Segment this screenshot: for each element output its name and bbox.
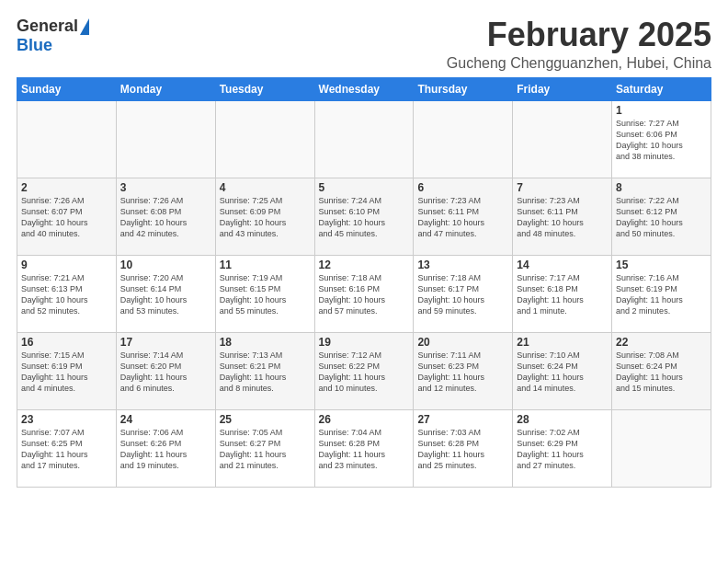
week-row-2: 2Sunrise: 7:26 AM Sunset: 6:07 PM Daylig… (17, 178, 711, 255)
title-section: February 2025 Gucheng Chengguanzhen, Hub… (447, 17, 711, 72)
calendar-cell: 15Sunrise: 7:16 AM Sunset: 6:19 PM Dayli… (612, 255, 711, 332)
day-number: 28 (517, 413, 608, 426)
calendar-cell: 9Sunrise: 7:21 AM Sunset: 6:13 PM Daylig… (17, 255, 117, 332)
calendar-cell (612, 409, 711, 487)
day-info: Sunrise: 7:08 AM Sunset: 6:24 PM Dayligh… (616, 350, 707, 395)
day-info: Sunrise: 7:25 AM Sunset: 6:09 PM Dayligh… (220, 195, 311, 240)
logo: General Blue (17, 17, 89, 55)
calendar-cell (314, 100, 414, 178)
calendar-cell: 6Sunrise: 7:23 AM Sunset: 6:11 PM Daylig… (414, 178, 513, 255)
calendar-cell: 19Sunrise: 7:12 AM Sunset: 6:22 PM Dayli… (314, 332, 414, 409)
calendar-cell: 2Sunrise: 7:26 AM Sunset: 6:07 PM Daylig… (17, 178, 117, 255)
day-info: Sunrise: 7:15 AM Sunset: 6:19 PM Dayligh… (21, 350, 112, 395)
week-row-5: 23Sunrise: 7:07 AM Sunset: 6:25 PM Dayli… (17, 409, 711, 487)
day-info: Sunrise: 7:03 AM Sunset: 6:28 PM Dayligh… (417, 427, 508, 472)
day-number: 22 (616, 336, 707, 349)
calendar-cell: 3Sunrise: 7:26 AM Sunset: 6:08 PM Daylig… (116, 178, 215, 255)
day-info: Sunrise: 7:23 AM Sunset: 6:11 PM Dayligh… (417, 195, 508, 240)
day-number: 18 (220, 336, 311, 349)
calendar-cell: 26Sunrise: 7:04 AM Sunset: 6:28 PM Dayli… (314, 409, 414, 487)
week-row-1: 1Sunrise: 7:27 AM Sunset: 6:06 PM Daylig… (17, 100, 711, 178)
calendar-cell: 21Sunrise: 7:10 AM Sunset: 6:24 PM Dayli… (513, 332, 612, 409)
calendar-cell: 25Sunrise: 7:05 AM Sunset: 6:27 PM Dayli… (215, 409, 314, 487)
day-info: Sunrise: 7:17 AM Sunset: 6:18 PM Dayligh… (517, 272, 608, 317)
day-number: 6 (417, 181, 508, 194)
day-number: 17 (120, 336, 211, 349)
day-info: Sunrise: 7:18 AM Sunset: 6:16 PM Dayligh… (319, 272, 410, 317)
day-number: 7 (517, 181, 608, 194)
calendar-cell: 1Sunrise: 7:27 AM Sunset: 6:06 PM Daylig… (612, 100, 711, 178)
day-info: Sunrise: 7:18 AM Sunset: 6:17 PM Dayligh… (417, 272, 508, 317)
day-info: Sunrise: 7:19 AM Sunset: 6:15 PM Dayligh… (220, 272, 311, 317)
month-title: February 2025 (447, 17, 711, 53)
day-number: 9 (21, 259, 112, 271)
day-info: Sunrise: 7:06 AM Sunset: 6:26 PM Dayligh… (120, 427, 211, 472)
calendar-cell: 13Sunrise: 7:18 AM Sunset: 6:17 PM Dayli… (414, 255, 513, 332)
logo-general-text: General (17, 17, 78, 36)
calendar-cell: 5Sunrise: 7:24 AM Sunset: 6:10 PM Daylig… (314, 178, 414, 255)
day-number: 21 (517, 336, 608, 349)
calendar-cell: 20Sunrise: 7:11 AM Sunset: 6:23 PM Dayli… (414, 332, 513, 409)
week-row-3: 9Sunrise: 7:21 AM Sunset: 6:13 PM Daylig… (17, 255, 711, 332)
day-number: 8 (616, 181, 707, 194)
weekday-header-friday: Friday (513, 77, 612, 100)
day-number: 12 (319, 259, 410, 271)
day-number: 2 (21, 181, 112, 194)
day-number: 11 (220, 259, 311, 271)
weekday-header-row: SundayMondayTuesdayWednesdayThursdayFrid… (17, 77, 711, 100)
day-info: Sunrise: 7:22 AM Sunset: 6:12 PM Dayligh… (616, 195, 707, 240)
day-info: Sunrise: 7:04 AM Sunset: 6:28 PM Dayligh… (319, 427, 410, 472)
logo-blue-text: Blue (17, 36, 52, 55)
calendar-cell: 10Sunrise: 7:20 AM Sunset: 6:14 PM Dayli… (116, 255, 215, 332)
calendar-cell: 8Sunrise: 7:22 AM Sunset: 6:12 PM Daylig… (612, 178, 711, 255)
calendar-table: SundayMondayTuesdayWednesdayThursdayFrid… (17, 77, 711, 488)
weekday-header-saturday: Saturday (612, 77, 711, 100)
calendar-cell: 22Sunrise: 7:08 AM Sunset: 6:24 PM Dayli… (612, 332, 711, 409)
day-number: 3 (120, 181, 211, 194)
day-info: Sunrise: 7:13 AM Sunset: 6:21 PM Dayligh… (220, 350, 311, 395)
location-title: Gucheng Chengguanzhen, Hubei, China (447, 55, 711, 72)
day-number: 26 (319, 413, 410, 426)
week-row-4: 16Sunrise: 7:15 AM Sunset: 6:19 PM Dayli… (17, 332, 711, 409)
day-info: Sunrise: 7:10 AM Sunset: 6:24 PM Dayligh… (517, 350, 608, 395)
calendar-cell: 12Sunrise: 7:18 AM Sunset: 6:16 PM Dayli… (314, 255, 414, 332)
calendar-cell (513, 100, 612, 178)
day-number: 23 (21, 413, 112, 426)
calendar-cell: 17Sunrise: 7:14 AM Sunset: 6:20 PM Dayli… (116, 332, 215, 409)
weekday-header-wednesday: Wednesday (314, 77, 414, 100)
day-info: Sunrise: 7:14 AM Sunset: 6:20 PM Dayligh… (120, 350, 211, 395)
day-number: 13 (417, 259, 508, 271)
day-info: Sunrise: 7:23 AM Sunset: 6:11 PM Dayligh… (517, 195, 608, 240)
day-number: 19 (319, 336, 410, 349)
day-info: Sunrise: 7:16 AM Sunset: 6:19 PM Dayligh… (616, 272, 707, 317)
calendar-cell (414, 100, 513, 178)
day-info: Sunrise: 7:11 AM Sunset: 6:23 PM Dayligh… (417, 350, 508, 395)
calendar-cell: 11Sunrise: 7:19 AM Sunset: 6:15 PM Dayli… (215, 255, 314, 332)
day-number: 14 (517, 259, 608, 271)
day-info: Sunrise: 7:26 AM Sunset: 6:08 PM Dayligh… (120, 195, 211, 240)
day-number: 5 (319, 181, 410, 194)
day-number: 1 (616, 104, 707, 117)
day-info: Sunrise: 7:07 AM Sunset: 6:25 PM Dayligh… (21, 427, 112, 472)
day-number: 16 (21, 336, 112, 349)
day-number: 4 (220, 181, 311, 194)
calendar-cell (116, 100, 215, 178)
calendar-cell: 18Sunrise: 7:13 AM Sunset: 6:21 PM Dayli… (215, 332, 314, 409)
calendar-cell (215, 100, 314, 178)
day-info: Sunrise: 7:27 AM Sunset: 6:06 PM Dayligh… (616, 118, 707, 163)
day-info: Sunrise: 7:12 AM Sunset: 6:22 PM Dayligh… (319, 350, 410, 395)
day-info: Sunrise: 7:21 AM Sunset: 6:13 PM Dayligh… (21, 272, 112, 317)
logo-triangle-icon (80, 18, 89, 35)
day-number: 27 (417, 413, 508, 426)
day-info: Sunrise: 7:05 AM Sunset: 6:27 PM Dayligh… (220, 427, 311, 472)
day-info: Sunrise: 7:20 AM Sunset: 6:14 PM Dayligh… (120, 272, 211, 317)
day-number: 20 (417, 336, 508, 349)
day-number: 10 (120, 259, 211, 271)
calendar-cell: 16Sunrise: 7:15 AM Sunset: 6:19 PM Dayli… (17, 332, 117, 409)
day-info: Sunrise: 7:26 AM Sunset: 6:07 PM Dayligh… (21, 195, 112, 240)
calendar-cell: 23Sunrise: 7:07 AM Sunset: 6:25 PM Dayli… (17, 409, 117, 487)
day-number: 25 (220, 413, 311, 426)
calendar-cell: 24Sunrise: 7:06 AM Sunset: 6:26 PM Dayli… (116, 409, 215, 487)
calendar-page: General Blue February 2025 Gucheng Cheng… (0, 0, 728, 497)
weekday-header-tuesday: Tuesday (215, 77, 314, 100)
